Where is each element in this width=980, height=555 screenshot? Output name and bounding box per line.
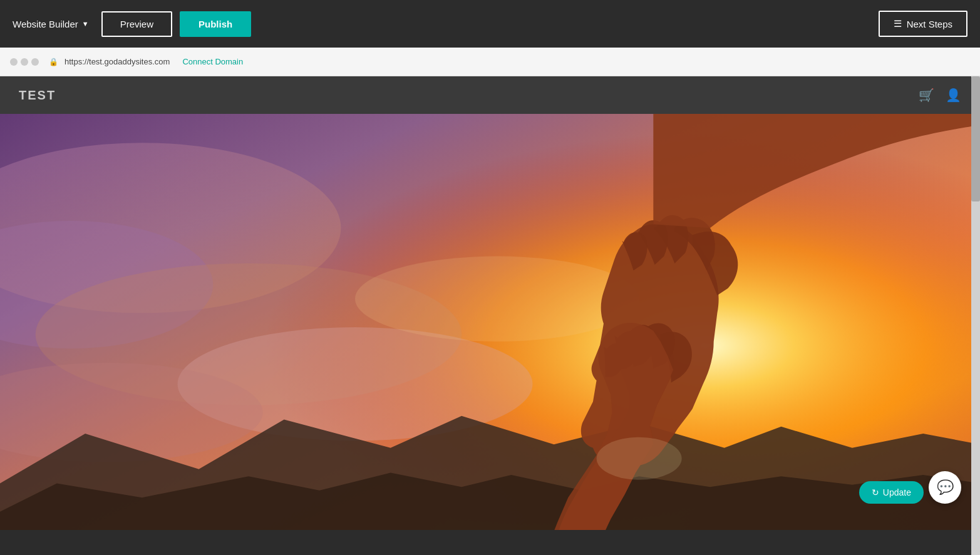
- browser-dot-2: [21, 58, 28, 66]
- connect-domain-link[interactable]: Connect Domain: [182, 57, 243, 66]
- browser-url: https://test.godaddysites.com: [64, 57, 170, 66]
- cart-icon[interactable]: 🛒: [919, 88, 934, 103]
- update-icon: ↻: [872, 487, 879, 497]
- hero-area: 💬 ↻ Update: [0, 114, 980, 530]
- user-icon[interactable]: 👤: [946, 88, 961, 103]
- list-icon: ☰: [894, 18, 902, 29]
- brand-area[interactable]: Website Builder ▼: [13, 19, 89, 29]
- scrollbar[interactable]: [971, 76, 980, 555]
- toolbar-center: Preview Publish: [101, 11, 252, 37]
- site-title: TEST: [19, 88, 56, 103]
- chat-button[interactable]: 💬: [929, 471, 961, 504]
- preview-button[interactable]: Preview: [101, 11, 172, 37]
- hero-svg: [0, 114, 980, 530]
- svg-point-10: [597, 437, 682, 480]
- site-wrapper: TEST 🛒 👤: [0, 76, 980, 530]
- lock-icon: 🔒: [49, 58, 58, 66]
- brand-label: Website Builder: [13, 19, 78, 29]
- toolbar-right: ☰ Next Steps: [879, 11, 967, 37]
- browser-chrome: 🔒 https://test.godaddysites.com Connect …: [0, 48, 980, 76]
- toolbar: Website Builder ▼ Preview Publish ☰ Next…: [0, 0, 980, 48]
- publish-button[interactable]: Publish: [180, 11, 251, 37]
- scrollbar-thumb[interactable]: [971, 76, 980, 201]
- next-steps-label: Next Steps: [907, 19, 952, 29]
- next-steps-button[interactable]: ☰ Next Steps: [879, 11, 967, 37]
- update-label: Update: [883, 487, 911, 497]
- chat-icon: 💬: [937, 479, 954, 496]
- browser-dot-1: [10, 58, 18, 66]
- browser-dots: [10, 58, 39, 66]
- chevron-down-icon: ▼: [82, 20, 89, 28]
- update-button[interactable]: ↻ Update: [859, 481, 924, 504]
- site-nav: TEST 🛒 👤: [0, 76, 980, 114]
- browser-dot-3: [31, 58, 39, 66]
- svg-point-7: [355, 257, 639, 342]
- site-nav-icons: 🛒 👤: [919, 88, 961, 103]
